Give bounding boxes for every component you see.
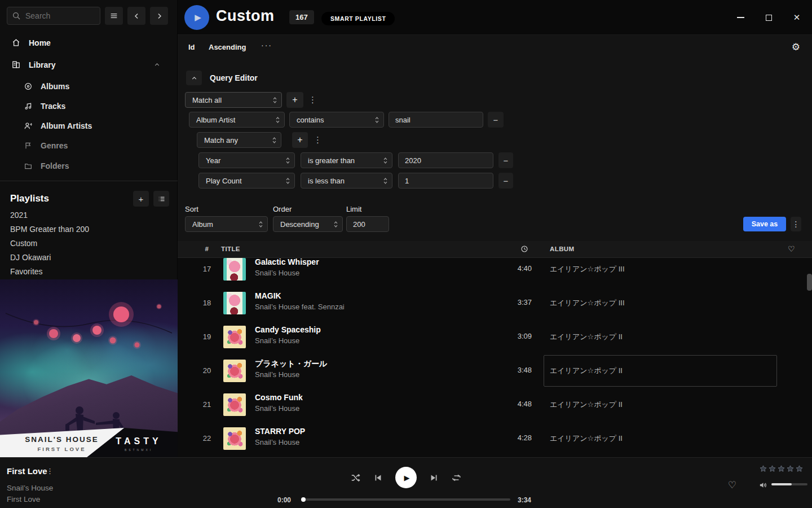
now-playing-title[interactable]: First Love [7, 466, 47, 476]
folder-icon [24, 161, 33, 170]
add-playlist-button[interactable]: + [133, 191, 149, 207]
caret-up-icon [191, 75, 198, 82]
playlist-item[interactable]: 2021 [10, 211, 28, 220]
group-menu-button[interactable]: ⋮ [314, 135, 322, 145]
rule-value-input[interactable] [398, 152, 493, 168]
rule-operator-select[interactable]: contains [289, 112, 384, 128]
shuffle-button[interactable] [350, 472, 361, 483]
column-title[interactable]: TITLE [221, 246, 240, 252]
menu-button[interactable] [105, 7, 123, 25]
sort-field-control[interactable]: Id [188, 43, 195, 51]
sidebar-item-home[interactable]: Home [11, 38, 166, 47]
track-title: Galactic Whisper [255, 258, 319, 266]
shuffle-icon [350, 472, 361, 483]
rating-star[interactable] [759, 465, 767, 473]
track-row[interactable]: 19 Candy Spaceship Snail’s House 3:09 エイ… [178, 320, 812, 354]
playlist-item[interactable]: DJ Okawari [10, 253, 51, 262]
rule-operator-select[interactable]: is greater than [301, 152, 392, 168]
seek-bar[interactable] [302, 498, 510, 501]
collapse-caret-icon[interactable] [153, 61, 161, 68]
playlist-item[interactable]: Custom [10, 239, 37, 248]
now-playing-art[interactable]: SNAIL'S HOUSE FIRST LOVE TASTY BSTNMXI [0, 279, 178, 457]
plus-icon: + [292, 95, 297, 105]
search-input[interactable] [25, 11, 95, 20]
remove-rule-button[interactable]: − [498, 173, 513, 189]
now-playing-album[interactable]: First Love [7, 495, 40, 503]
titlebar: ▶ Custom 167 SMART PLAYLIST ✕ [178, 0, 812, 35]
sidebar-item-genres[interactable]: Genres [24, 141, 68, 150]
favorite-column-header[interactable]: ♡ [788, 244, 795, 253]
playlist-item[interactable]: Favorites [10, 267, 43, 276]
next-button[interactable] [429, 473, 439, 483]
window-minimize-button[interactable] [733, 10, 748, 25]
volume-button[interactable] [758, 480, 768, 492]
select-chevrons-icon [285, 177, 290, 185]
volume-slider[interactable] [771, 483, 807, 485]
track-row[interactable]: 18 MAGIK Snail’s House feat. Sennzai 3:3… [178, 286, 812, 320]
gear-icon[interactable]: ⚙ [792, 41, 800, 53]
order-select[interactable]: Descending [273, 216, 343, 232]
sidebar-item-tracks[interactable]: Tracks [24, 102, 65, 111]
select-chevrons-icon [272, 97, 277, 104]
search-box[interactable] [7, 7, 100, 25]
track-artist: Snail’s House feat. Sennzai [255, 303, 345, 311]
rating-star[interactable] [768, 465, 776, 473]
track-row[interactable]: 22 STARRY POP Snail’s House 4:28 エイリアン☆ポ… [178, 422, 812, 456]
sort-select[interactable]: Album [185, 216, 268, 232]
more-options-button[interactable]: ··· [261, 41, 272, 50]
rule-value-input[interactable] [398, 173, 493, 189]
rule-field-value: Play Count [206, 177, 242, 185]
track-row[interactable]: 21 Cosmo Funk Snail’s House 4:48 エイリアン☆ポ… [178, 388, 812, 422]
add-rule-button[interactable]: + [286, 92, 303, 108]
track-row[interactable]: 20 プラネット・ガール Snail’s House 3:48 エイリアン☆ポッ… [178, 354, 812, 388]
now-playing-menu-button[interactable]: ⋮ [46, 467, 54, 475]
scrollbar-thumb[interactable] [807, 274, 812, 291]
rating-star[interactable] [795, 465, 804, 473]
duration-column-header[interactable] [516, 245, 533, 254]
rating-star[interactable] [777, 465, 785, 473]
limit-input[interactable] [346, 216, 389, 232]
query-editor-collapse-button[interactable] [186, 71, 202, 85]
playlist-options-button[interactable] [153, 191, 169, 207]
now-playing-artist[interactable]: Snail’s House [7, 484, 53, 492]
track-row[interactable]: 17 Galactic Whisper Snail’s House 4:40 エ… [178, 258, 812, 286]
save-menu-button[interactable]: ⋮ [791, 217, 801, 231]
previous-button[interactable] [373, 473, 383, 483]
queue-button[interactable] [743, 481, 752, 489]
play-pause-button[interactable]: ▶ [395, 467, 417, 488]
match-type-select[interactable]: Match any [197, 132, 281, 148]
track-album: エイリアン☆ポップ II [550, 400, 623, 410]
favorite-button[interactable]: ♡ [728, 479, 736, 491]
sidebar-item-folders[interactable]: Folders [24, 161, 69, 170]
group-menu-button[interactable]: ⋮ [308, 95, 317, 105]
rule-field-select[interactable]: Play Count [198, 173, 295, 189]
rule-field-select[interactable]: Year [198, 152, 295, 168]
window-maximize-button[interactable] [761, 10, 776, 25]
sidebar-item-library[interactable]: Library [11, 60, 166, 69]
rule-value-input[interactable] [389, 112, 483, 128]
add-rule-button[interactable]: + [292, 132, 308, 148]
track-art-thumbnail [223, 360, 246, 382]
match-type-value: Match any [204, 136, 238, 144]
repeat-button[interactable] [451, 472, 462, 483]
match-type-select[interactable]: Match all [185, 92, 282, 108]
sidebar-item-album-artists[interactable]: Album Artists [24, 121, 92, 130]
tracks-label: Tracks [41, 102, 65, 111]
window-close-button[interactable]: ✕ [789, 10, 804, 25]
cover-album-text: FIRST LOVE [12, 446, 111, 452]
column-number[interactable]: # [200, 246, 214, 252]
remove-rule-button[interactable]: − [498, 152, 513, 168]
play-playlist-button[interactable]: ▶ [184, 5, 209, 30]
forward-button[interactable] [150, 7, 168, 25]
save-as-button[interactable]: Save as [743, 217, 786, 231]
seek-handle[interactable] [301, 497, 306, 502]
playlist-item[interactable]: BPM Greater than 200 [10, 225, 89, 234]
rating-star[interactable] [786, 465, 795, 473]
rule-field-select[interactable]: Album Artist [189, 112, 285, 128]
back-button[interactable] [127, 7, 145, 25]
sort-order-control[interactable]: Ascending [209, 43, 246, 51]
sidebar-item-albums[interactable]: Albums [24, 82, 69, 91]
remove-rule-button[interactable]: − [488, 112, 504, 128]
rule-operator-select[interactable]: is less than [301, 173, 392, 189]
column-album[interactable]: ALBUM [550, 246, 575, 252]
